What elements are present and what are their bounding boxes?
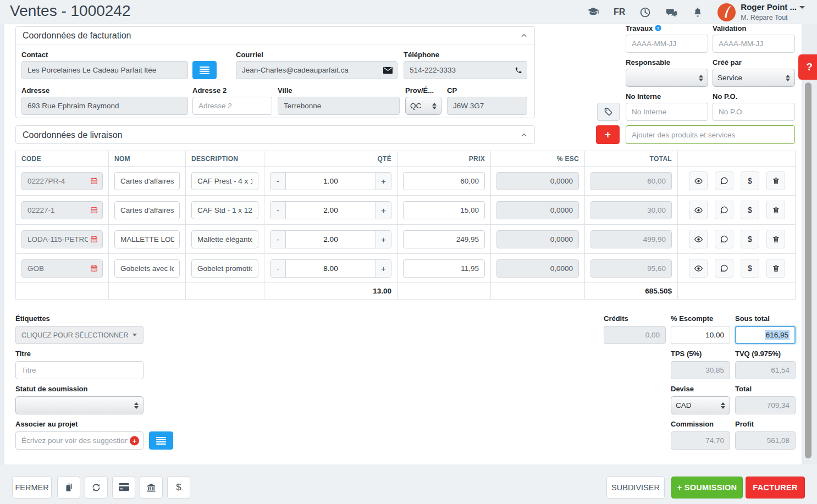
- etiquettes-dropdown[interactable]: CLIQUEZ POUR SÉLECTIONNER: [15, 326, 143, 344]
- facturer-button[interactable]: FACTURER: [746, 477, 805, 499]
- travaux-date-input[interactable]: [626, 35, 708, 53]
- price-button[interactable]: $: [741, 259, 759, 278]
- nom-input[interactable]: [114, 230, 180, 248]
- qty-minus-button[interactable]: -: [271, 202, 286, 219]
- cp-input[interactable]: [447, 97, 527, 115]
- add-products-input[interactable]: [626, 125, 795, 144]
- qty-value[interactable]: 2.00: [286, 202, 376, 219]
- responsable-select[interactable]: [626, 69, 708, 87]
- no-po-input[interactable]: [713, 103, 795, 121]
- code-input[interactable]: [21, 172, 103, 190]
- adresse-input[interactable]: [21, 97, 188, 115]
- products-table: CODE NOM DESCRIPTION QTÉ PRIX % ESC TOTA…: [15, 151, 796, 300]
- esc-input[interactable]: [496, 172, 579, 190]
- statut-select[interactable]: [15, 396, 143, 414]
- soumission-button[interactable]: + SOUMISSION: [671, 477, 743, 499]
- qty-minus-button[interactable]: -: [271, 231, 286, 248]
- duplicate-button[interactable]: [57, 477, 80, 499]
- delete-button[interactable]: [766, 230, 785, 248]
- comment-icon: [720, 206, 728, 214]
- clock-icon[interactable]: [639, 7, 651, 18]
- add-product-button[interactable]: +: [596, 125, 620, 144]
- qty-plus-button[interactable]: +: [376, 202, 391, 219]
- price-button[interactable]: $: [741, 201, 759, 219]
- comment-button[interactable]: [715, 171, 733, 190]
- price-button[interactable]: $: [741, 171, 759, 190]
- collapse-shipping-chevron-up-icon[interactable]: [520, 131, 528, 139]
- titre-input[interactable]: [15, 361, 143, 379]
- prix-input[interactable]: [403, 201, 485, 219]
- price-button[interactable]: $: [741, 230, 759, 248]
- esc-input[interactable]: [496, 259, 579, 278]
- qty-value[interactable]: 8.00: [286, 260, 376, 277]
- contact-list-button[interactable]: [192, 61, 217, 79]
- user-menu[interactable]: Roger Point ... M. Répare Tout: [717, 2, 805, 23]
- prov-select[interactable]: QC: [405, 97, 441, 115]
- view-button[interactable]: [689, 259, 708, 278]
- collapse-billing-chevron-up-icon[interactable]: [520, 32, 528, 40]
- sous-total-input[interactable]: 616,95: [735, 326, 796, 344]
- nom-input[interactable]: [114, 201, 180, 219]
- devise-select[interactable]: CAD: [671, 396, 730, 414]
- description-input[interactable]: [191, 230, 258, 248]
- delete-button[interactable]: [766, 171, 785, 190]
- chat-icon[interactable]: [665, 6, 678, 19]
- graduation-cap-icon[interactable]: [587, 6, 599, 18]
- courriel-input[interactable]: [236, 61, 398, 79]
- totals-qty: 13.00: [264, 283, 398, 300]
- delete-button[interactable]: [766, 259, 785, 278]
- bank-button[interactable]: [140, 477, 163, 499]
- qty-plus-button[interactable]: +: [376, 231, 391, 248]
- adresse2-input[interactable]: [192, 97, 272, 115]
- comment-button[interactable]: [715, 230, 733, 248]
- esc-input[interactable]: [496, 201, 579, 219]
- tag-button[interactable]: [597, 103, 620, 121]
- view-button[interactable]: [689, 201, 708, 219]
- nom-input[interactable]: [114, 259, 180, 278]
- no-interne-input[interactable]: [626, 103, 708, 121]
- fermer-button[interactable]: FERMER: [12, 477, 52, 499]
- code-input[interactable]: [21, 259, 103, 278]
- bell-icon[interactable]: [692, 6, 703, 18]
- description-input[interactable]: [191, 201, 258, 219]
- qty-plus-button[interactable]: +: [376, 260, 391, 277]
- projet-list-button[interactable]: [149, 431, 173, 450]
- view-button[interactable]: [689, 171, 708, 190]
- qty-minus-button[interactable]: -: [271, 173, 286, 190]
- delete-button[interactable]: [766, 201, 785, 219]
- add-suggestion-icon[interactable]: +: [130, 436, 139, 445]
- subdiviser-button[interactable]: SUBDIVISER: [606, 477, 665, 499]
- responsable-label: Responsable: [626, 58, 670, 67]
- ville-input[interactable]: [278, 97, 400, 115]
- validation-date-input[interactable]: [713, 35, 795, 53]
- telephone-input[interactable]: [404, 61, 527, 79]
- cree-par-select[interactable]: Service: [713, 69, 795, 87]
- esc-input[interactable]: [496, 230, 579, 248]
- view-button[interactable]: [689, 230, 708, 248]
- comment-button[interactable]: [715, 259, 733, 278]
- description-input[interactable]: [191, 172, 258, 190]
- vertical-scrollbar[interactable]: [805, 82, 812, 458]
- qty-value[interactable]: 2.00: [286, 231, 376, 248]
- prix-input[interactable]: [403, 172, 485, 190]
- code-input[interactable]: [21, 230, 103, 248]
- refresh-button[interactable]: [85, 477, 108, 499]
- qty-minus-button[interactable]: -: [271, 260, 286, 277]
- qty-plus-button[interactable]: +: [376, 173, 391, 190]
- comment-button[interactable]: [715, 201, 733, 219]
- escompte-input[interactable]: [671, 326, 730, 344]
- help-button[interactable]: ?: [798, 54, 817, 80]
- dollar-button[interactable]: $: [167, 477, 190, 499]
- description-input[interactable]: [191, 259, 258, 278]
- total-input: [590, 230, 672, 248]
- code-input[interactable]: [21, 201, 103, 219]
- prix-input[interactable]: [403, 259, 485, 278]
- contact-input[interactable]: [21, 61, 188, 79]
- prix-input[interactable]: [403, 230, 485, 248]
- language-toggle[interactable]: FR: [614, 7, 625, 17]
- courriel-label: Courriel: [236, 51, 263, 59]
- nom-input[interactable]: [114, 172, 180, 190]
- payment-card-button[interactable]: [112, 477, 135, 499]
- projet-input[interactable]: [15, 431, 143, 450]
- qty-value[interactable]: 1.00: [286, 173, 376, 190]
